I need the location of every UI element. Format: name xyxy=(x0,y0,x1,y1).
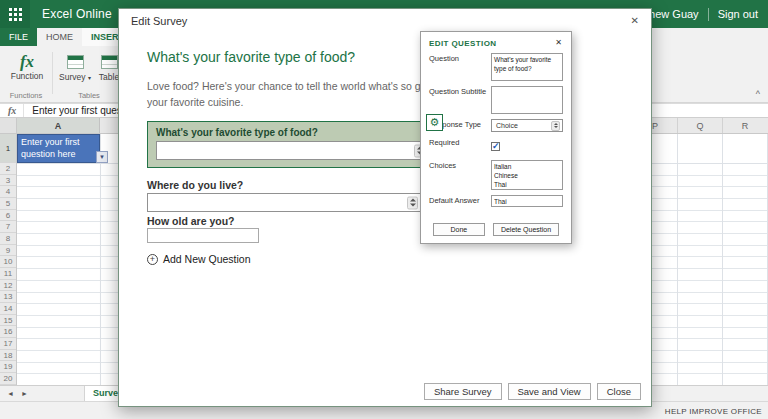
function-icon: fx xyxy=(6,53,48,71)
tab-file[interactable]: FILE xyxy=(0,28,37,46)
choices-field[interactable]: Italian Chinese Thai xyxy=(491,160,563,190)
done-button[interactable]: Done xyxy=(433,223,485,236)
prev-sheet-icon[interactable]: ◄ xyxy=(7,390,14,397)
column-header-a[interactable]: A xyxy=(17,118,100,133)
response-type-select[interactable]: Choice xyxy=(491,119,563,132)
next-sheet-icon[interactable]: ► xyxy=(21,390,28,397)
row-header[interactable]: 10 xyxy=(0,256,16,268)
question-2-select[interactable] xyxy=(147,193,421,212)
grid-column-line xyxy=(722,134,723,385)
question-2-label: Where do you live? xyxy=(147,179,243,191)
ribbon-group-tables: Tables xyxy=(54,91,124,100)
column-header[interactable]: Q xyxy=(677,118,722,133)
row-header[interactable]: 3 xyxy=(0,175,16,187)
response-type-value: Choice xyxy=(496,122,518,129)
row-header[interactable]: 9 xyxy=(0,245,16,257)
question-1-label: What's your favorite type of food? xyxy=(156,127,428,138)
row-header[interactable]: 20 xyxy=(0,373,16,385)
question-field[interactable]: What's your favorite type of food? xyxy=(491,53,563,81)
edit-question-gear-button[interactable]: ⚙ xyxy=(426,114,443,131)
formula-bar-divider xyxy=(23,104,24,117)
tab-home[interactable]: HOME xyxy=(37,28,82,46)
help-improve-office-link[interactable]: HELP IMPROVE OFFICE xyxy=(665,407,762,416)
row-header[interactable]: 5 xyxy=(0,198,16,210)
subtitle-field[interactable] xyxy=(491,86,563,114)
row-header[interactable]: 12 xyxy=(0,280,16,292)
dialog-footer: Share Survey Save and View Close xyxy=(424,383,641,400)
row-header[interactable]: 4 xyxy=(0,186,16,198)
select-stepper-icon xyxy=(551,121,560,131)
row-header[interactable]: 11 xyxy=(0,268,16,280)
row-header[interactable]: 15 xyxy=(0,315,16,327)
row-header[interactable]: 2 xyxy=(0,163,16,175)
row-header[interactable]: 18 xyxy=(0,350,16,362)
panel-footer: Done Delete Question xyxy=(421,223,571,236)
insert-function-button[interactable]: fx Function xyxy=(6,53,48,81)
row-headers: 1 234567891011121314151617181920 xyxy=(0,134,17,385)
save-and-view-button[interactable]: Save and View xyxy=(508,383,591,400)
select-stepper-icon xyxy=(407,196,418,209)
edit-question-panel: EDIT QUESTION ✕ Question What's your fav… xyxy=(420,31,572,244)
row-header-1[interactable]: 1 xyxy=(0,134,16,163)
survey-title[interactable]: What's your favorite type of food? xyxy=(147,49,355,65)
row-header[interactable]: 17 xyxy=(0,338,16,350)
panel-title: EDIT QUESTION xyxy=(429,39,496,48)
sign-out-link[interactable]: Sign out xyxy=(718,8,758,20)
close-button[interactable]: Close xyxy=(597,383,641,400)
ribbon-divider xyxy=(52,52,53,94)
delete-question-button[interactable]: Delete Question xyxy=(493,223,559,236)
gear-icon: ⚙ xyxy=(430,117,440,128)
cell-dropdown-icon[interactable]: ▼ xyxy=(96,151,108,163)
row-header[interactable]: 8 xyxy=(0,233,16,245)
choices-label: Choices xyxy=(429,160,491,190)
dialog-close-icon[interactable]: ✕ xyxy=(629,13,641,28)
row-header[interactable]: 14 xyxy=(0,303,16,315)
default-answer-field[interactable] xyxy=(491,195,563,207)
question-1-select[interactable] xyxy=(156,141,428,160)
add-new-question-button[interactable]: Add New Question xyxy=(147,253,251,265)
dialog-title: Edit Survey xyxy=(131,15,187,27)
question-3-label: How old are you? xyxy=(147,215,235,227)
row-header[interactable]: 6 xyxy=(0,210,16,222)
chevron-down-icon: ▾ xyxy=(88,75,91,81)
row-header[interactable]: 16 xyxy=(0,326,16,338)
share-survey-button[interactable]: Share Survey xyxy=(424,383,502,400)
table-icon xyxy=(101,55,118,69)
required-checkbox[interactable] xyxy=(491,142,500,151)
edit-question-form: Question What's your favorite type of fo… xyxy=(429,53,563,212)
row-header[interactable]: 19 xyxy=(0,361,16,373)
row-header[interactable]: 7 xyxy=(0,221,16,233)
select-all-button[interactable] xyxy=(0,118,17,133)
fx-icon[interactable]: fx xyxy=(8,105,16,116)
grid-column-line xyxy=(677,134,678,385)
cell-a1[interactable]: Enter your first question here xyxy=(17,134,100,163)
add-question-icon xyxy=(147,254,158,265)
row-header[interactable]: 13 xyxy=(0,291,16,303)
excel-online-window: Excel Online Matthew Guay Sign out FILE … xyxy=(0,0,768,419)
question-1-block[interactable]: What's your favorite type of food? xyxy=(147,121,437,168)
panel-close-icon[interactable]: ✕ xyxy=(553,36,564,49)
survey-button[interactable]: Survey ▾ xyxy=(58,53,92,82)
grid-column-line xyxy=(100,134,101,385)
ribbon-group-functions: Functions xyxy=(0,91,52,100)
app-title: Excel Online xyxy=(42,7,112,21)
app-launcher-icon[interactable] xyxy=(0,0,30,28)
column-header[interactable]: R xyxy=(722,118,767,133)
question-field-label: Question xyxy=(429,53,491,81)
header-divider xyxy=(708,8,709,21)
required-label: Required xyxy=(429,137,491,155)
survey-icon xyxy=(67,55,84,69)
default-answer-label: Default Answer xyxy=(429,195,491,207)
subtitle-field-label: Question Subtitle xyxy=(429,86,491,114)
question-3-input[interactable] xyxy=(147,228,259,243)
collapse-ribbon-icon[interactable]: ^ xyxy=(756,89,760,99)
